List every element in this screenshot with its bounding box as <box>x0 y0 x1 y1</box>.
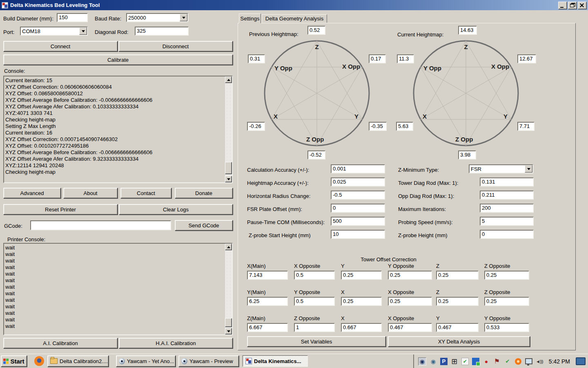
yawcam-tray-icon[interactable]: ◉ <box>418 357 426 366</box>
printer-console-log[interactable]: wait wait wait wait wait wait wait wait … <box>5 245 224 334</box>
tower-offset-field[interactable]: 0.533 <box>484 323 529 332</box>
tower-offset-field[interactable]: 0.5 <box>294 297 335 306</box>
orange-app-tray-icon[interactable] <box>514 358 522 365</box>
z-minimum-type-select[interactable]: FSR <box>469 164 533 173</box>
cur-heightmap-bottom-value[interactable]: 3.98 <box>458 150 476 159</box>
tower-offset-field[interactable]: 0.25 <box>484 297 529 306</box>
scrollbar-thumb[interactable] <box>225 162 232 174</box>
baud-rate-select[interactable]: 250000 <box>126 13 188 22</box>
baud-rate-dropdown-button[interactable] <box>180 14 187 21</box>
prev-heightmap-upper-left-value[interactable]: 0.31 <box>248 54 265 63</box>
opp-diag-rod-field[interactable]: 0.211 <box>480 191 534 200</box>
calculation-accuracy-field[interactable]: 0.001 <box>331 164 385 173</box>
volume-icon[interactable]: ◄))) <box>536 358 543 365</box>
clear-logs-button[interactable]: Clear Logs <box>119 204 233 215</box>
tower-offset-field[interactable]: 0.25 <box>484 271 529 280</box>
build-diameter-field[interactable]: 150 <box>57 13 88 22</box>
hai-calibration-button[interactable]: H.A.I. Calibration <box>119 338 233 348</box>
z-probe-height-field[interactable]: 0 <box>480 230 534 239</box>
calibrate-button[interactable]: Calibrate <box>3 54 233 65</box>
contact-button[interactable]: Contact <box>120 188 172 198</box>
tower-offset-field[interactable]: 0.467 <box>436 323 479 332</box>
console-scrollbar[interactable] <box>225 76 232 182</box>
gcode-input[interactable] <box>30 220 171 230</box>
network-tray-icon[interactable] <box>525 358 532 365</box>
prev-heightmap-lower-left-value[interactable]: -0.26 <box>247 122 265 131</box>
tower-diag-rod-field[interactable]: 0.131 <box>480 177 534 186</box>
prev-heightmap-top-value[interactable]: 0.52 <box>307 26 325 35</box>
restore-button[interactable] <box>568 2 577 9</box>
minimize-button[interactable] <box>558 2 567 9</box>
console-box[interactable]: Current iteration: 15 XYZ Offset Correct… <box>3 76 233 183</box>
tower-offset-field[interactable]: 0.25 <box>436 271 479 280</box>
about-button[interactable]: About <box>63 188 118 198</box>
tab-delta-geometry-analysis[interactable]: Delta Geometry Analysis <box>262 14 327 23</box>
close-button[interactable] <box>578 2 587 9</box>
tower-offset-field[interactable]: 6.25 <box>247 297 288 306</box>
maximum-iterations-field[interactable]: 200 <box>480 204 534 213</box>
tower-offset-field[interactable]: 0.25 <box>341 297 382 306</box>
ai-calibration-button[interactable]: A.I. Calibration <box>3 338 118 348</box>
webcam-tray-icon[interactable]: ◉ <box>430 358 437 365</box>
send-gcode-button[interactable]: Send GCode <box>175 220 233 231</box>
dropbox-tray-icon[interactable]: ✔ <box>461 358 469 365</box>
fsr-plate-offset-field[interactable]: 0 <box>331 204 385 213</box>
console-log[interactable]: Current iteration: 15 XYZ Offset Correct… <box>5 77 224 182</box>
probing-speed-field[interactable]: 5 <box>480 217 534 226</box>
pause-time-com-field[interactable]: 500 <box>331 217 385 226</box>
connect-button[interactable]: Connect <box>3 41 118 52</box>
scroll-down-button[interactable] <box>225 176 232 182</box>
cur-heightmap-upper-right-value[interactable]: 12.67 <box>517 54 536 63</box>
scroll-down-button[interactable] <box>225 328 232 334</box>
firefox-icon[interactable] <box>34 356 44 366</box>
horizontal-radius-change-field[interactable]: -0.5 <box>331 191 385 200</box>
tower-offset-field[interactable]: 0.5 <box>294 271 335 280</box>
z-minimum-type-dropdown-button[interactable] <box>525 165 532 173</box>
taskbar-item-delta-kinematics[interactable]: Delta Kinematics... <box>243 355 308 367</box>
tower-offset-field[interactable]: 7.143 <box>247 271 288 280</box>
prev-heightmap-bottom-value[interactable]: -0.52 <box>307 150 325 159</box>
tab-settings[interactable]: Settings <box>239 13 261 23</box>
cur-heightmap-lower-left-value[interactable]: 5.63 <box>396 122 413 131</box>
tower-offset-field[interactable]: 1 <box>294 323 335 332</box>
disconnect-button[interactable]: Disconnect <box>118 41 233 52</box>
p-app-tray-icon[interactable]: P <box>440 358 448 365</box>
tower-offset-field[interactable]: 0.667 <box>341 323 382 332</box>
diagonal-rod-field[interactable]: 325 <box>135 27 189 36</box>
tower-offset-field[interactable]: 0.25 <box>341 271 382 280</box>
tower-offset-field[interactable]: 0.467 <box>388 323 432 332</box>
taskbar-item-yawcam-preview[interactable]: Yawcam - Preview <box>178 355 239 367</box>
teamviewer-tray-icon[interactable] <box>472 358 479 365</box>
taskbar-item-delta-calibration[interactable]: Delta Calibration2.... <box>47 355 109 367</box>
windows-tray-icon[interactable]: ⊞ <box>451 358 458 365</box>
scroll-up-button[interactable] <box>225 244 232 250</box>
red-dot-tray-icon[interactable]: ● <box>483 358 490 365</box>
scrollbar-thumb[interactable] <box>225 318 232 327</box>
cur-heightmap-top-value[interactable]: 14.63 <box>458 26 477 35</box>
advanced-button[interactable]: Advanced <box>3 188 61 198</box>
prev-heightmap-lower-right-value[interactable]: -0.35 <box>369 122 387 131</box>
taskbar-item-yawcam[interactable]: Yawcam - Yet Ano... <box>116 355 176 367</box>
start-button[interactable]: Start <box>1 355 27 367</box>
security-flag-alert-icon[interactable]: ⚑ <box>493 358 501 365</box>
scroll-up-button[interactable] <box>225 76 232 83</box>
cur-heightmap-lower-right-value[interactable]: 7.71 <box>517 122 535 131</box>
reset-printer-button[interactable]: Reset Printer <box>3 204 118 215</box>
donate-button[interactable]: Donate <box>175 188 233 198</box>
tower-offset-field[interactable]: 6.667 <box>247 323 288 332</box>
port-select[interactable]: COM18 <box>20 27 88 36</box>
set-variables-button[interactable]: Set Variables <box>247 336 386 347</box>
tower-offset-field[interactable]: 0.25 <box>388 271 432 280</box>
printer-console-box[interactable]: wait wait wait wait wait wait wait wait … <box>3 243 233 335</box>
camera-check-tray-icon[interactable]: ✔ <box>504 358 511 365</box>
cur-heightmap-upper-left-value[interactable]: 11.3 <box>397 54 414 63</box>
port-dropdown-button[interactable] <box>79 27 87 35</box>
tower-offset-field[interactable]: 0.25 <box>388 297 432 306</box>
prev-heightmap-upper-right-value[interactable]: 0.17 <box>369 54 386 63</box>
heightmap-accuracy-field[interactable]: 0.025 <box>331 177 385 186</box>
display-tray-icon[interactable] <box>576 357 586 365</box>
tower-offset-field[interactable]: 0.25 <box>436 297 479 306</box>
z-probe-start-height-field[interactable]: 10 <box>331 230 385 239</box>
xy-delta-analysis-button[interactable]: XY Delta Analysis <box>388 336 530 347</box>
printer-console-scrollbar[interactable] <box>225 244 232 334</box>
